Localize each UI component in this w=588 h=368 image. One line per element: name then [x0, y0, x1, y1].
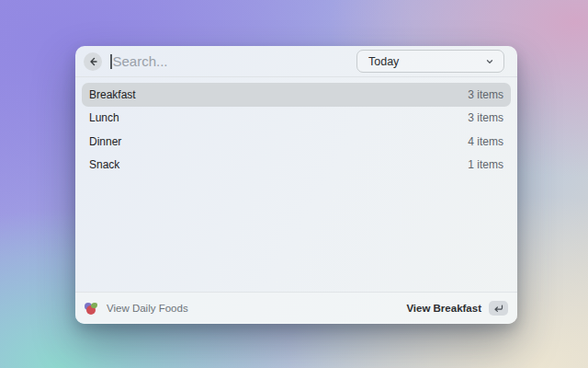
footer-app: View Daily Foods: [85, 302, 188, 316]
chevron-down-icon: [485, 53, 494, 70]
date-filter-dropdown[interactable]: Today: [356, 50, 504, 73]
footer-action-label: View Breakfast: [406, 303, 481, 314]
desktop-background: Today Breakfast 3 items Lunch 3 items Di…: [0, 0, 588, 368]
return-key-icon: [489, 301, 508, 316]
date-filter-selected: Today: [368, 55, 399, 68]
list-item-lunch[interactable]: Lunch 3 items: [82, 107, 511, 131]
launcher-window: Today Breakfast 3 items Lunch 3 items Di…: [75, 46, 517, 324]
back-arrow-icon: [87, 56, 98, 67]
list-item-breakfast[interactable]: Breakfast 3 items: [82, 83, 511, 107]
list-item-label: Lunch: [89, 111, 119, 124]
list-item-count: 4 items: [468, 135, 503, 148]
search-input[interactable]: [112, 53, 357, 69]
list-item-label: Dinner: [89, 135, 121, 148]
footer-app-label: View Daily Foods: [107, 303, 188, 314]
daily-foods-app-icon: [85, 302, 98, 316]
list-item-label: Breakfast: [89, 88, 136, 101]
list-item-count: 3 items: [468, 111, 503, 124]
search-bar: Today: [75, 46, 517, 77]
list-item-dinner[interactable]: Dinner 4 items: [82, 130, 511, 154]
list-item-count: 3 items: [468, 88, 503, 101]
list-item-count: 1 items: [468, 158, 503, 171]
back-button[interactable]: [84, 52, 102, 71]
footer-primary-action[interactable]: View Breakfast: [406, 301, 508, 316]
results-list: Breakfast 3 items Lunch 3 items Dinner 4…: [75, 77, 517, 292]
list-item-label: Snack: [89, 158, 119, 171]
list-item-snack[interactable]: Snack 1 items: [82, 154, 511, 178]
footer: View Daily Foods View Breakfast: [75, 292, 517, 324]
